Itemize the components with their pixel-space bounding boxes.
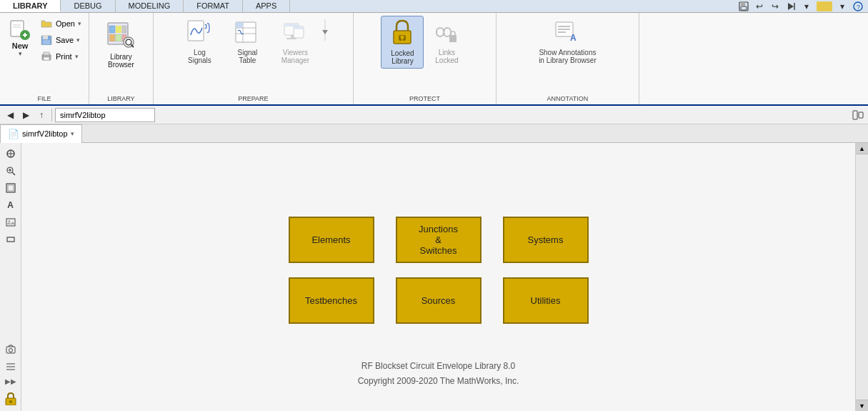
sidebar-lock-bottom[interactable]: [4, 391, 18, 405]
print-button[interactable]: Print ▾: [37, 49, 84, 64]
help-icon[interactable]: ?: [851, 0, 865, 14]
run-icon[interactable]: [784, 0, 798, 14]
scrollbar-track[interactable]: [856, 154, 868, 400]
svg-point-72: [9, 349, 12, 352]
canvas-content: Elements Junctions&Switches Systems Test…: [289, 217, 589, 324]
open-arrow: ▾: [78, 20, 81, 27]
scrollbar-down-button[interactable]: ▼: [856, 400, 868, 411]
footer-line1: RF Blockset Circuit Envelope Library 8.0: [21, 359, 855, 375]
save-button[interactable]: Save ▾: [37, 32, 84, 48]
svg-rect-58: [859, 112, 863, 118]
menu-tab-format[interactable]: FORMAT: [184, 0, 243, 12]
locked-library-button[interactable]: LockedLibrary: [381, 16, 424, 69]
color-arrow[interactable]: ▾: [835, 0, 849, 14]
new-icon: [9, 19, 31, 41]
show-annotations-button[interactable]: A Show Annotationsin Library Browser: [532, 16, 604, 67]
svg-point-77: [9, 400, 12, 403]
prepare-buttons: LogSignals SignalTable: [176, 16, 330, 104]
annotation-buttons: A Show Annotationsin Library Browser: [532, 16, 604, 104]
file-buttons: New ▾ Open ▾ Save ▾: [4, 16, 84, 104]
qat-expand[interactable]: ▾: [799, 0, 814, 14]
new-button[interactable]: New ▾: [4, 16, 36, 60]
svg-rect-70: [7, 237, 14, 242]
new-arrow: ▾: [19, 50, 22, 57]
sidebar-fit-icon[interactable]: [3, 180, 19, 196]
ribbon-section-protect: LockedLibrary LinksLocked: [354, 13, 497, 104]
library-browser-button[interactable]: LibraryBrowser: [98, 16, 144, 80]
svg-rect-34: [236, 22, 243, 28]
undo-icon[interactable]: ↩: [752, 0, 767, 14]
svg-rect-40: [294, 26, 304, 29]
print-label: Print: [56, 52, 72, 61]
canvas-footer: RF Blockset Circuit Envelope Library 8.0…: [21, 359, 855, 390]
sidebar-text-icon[interactable]: A: [3, 197, 19, 213]
svg-rect-37: [291, 35, 294, 38]
systems-block[interactable]: Systems: [503, 217, 589, 263]
sidebar-expand-button[interactable]: ▶▶: [4, 376, 18, 387]
sources-block[interactable]: Sources: [396, 277, 482, 324]
elements-block[interactable]: Elements: [289, 217, 374, 263]
svg-marker-42: [322, 30, 328, 34]
sidebar-pointer-icon[interactable]: [3, 146, 19, 162]
open-button[interactable]: Open ▾: [37, 16, 84, 31]
svg-rect-67: [8, 185, 14, 191]
menu-tab-debug[interactable]: DEBUG: [61, 0, 115, 12]
svg-rect-57: [853, 111, 857, 119]
protect-section-label: PROTECT: [354, 95, 496, 102]
log-signals-icon: [186, 19, 213, 46]
svg-rect-36: [284, 24, 299, 26]
links-locked-icon: [433, 19, 460, 46]
menu-bar: LIBRARY DEBUG MODELING FORMAT APPS ↩ ↪ ▾…: [0, 0, 868, 13]
tab-file-icon: 📄: [8, 129, 19, 139]
links-locked-button: LinksLocked: [425, 16, 468, 67]
sidebar-image-icon[interactable]: [3, 214, 19, 230]
redo-icon[interactable]: ↪: [768, 0, 782, 14]
sidebar-rect-icon[interactable]: [3, 232, 19, 247]
scrollbar-up-button[interactable]: ▲: [856, 143, 868, 154]
sidebar-zoom-in-icon[interactable]: [3, 163, 19, 179]
right-scrollbar[interactable]: ▲ ▼: [855, 143, 868, 411]
signal-table-label: SignalTable: [238, 49, 258, 64]
open-label: Open: [56, 19, 75, 28]
log-signals-button[interactable]: LogSignals: [176, 16, 223, 67]
links-locked-label: LinksLocked: [435, 49, 458, 64]
viewers-manager-button: ViewersManager: [272, 16, 319, 67]
ribbon-section-library: LibraryBrowser LIBRARY: [89, 13, 154, 104]
blocks-row-2: Testbenches Sources Utilities: [289, 277, 589, 324]
color-swatch: [817, 1, 832, 11]
fit-view-icon[interactable]: [851, 108, 865, 122]
menu-tab-apps[interactable]: APPS: [243, 0, 290, 12]
library-browser-icon: [105, 19, 136, 50]
prepare-expand-button[interactable]: [320, 16, 330, 44]
menu-tab-library[interactable]: LIBRARY: [0, 0, 61, 12]
tab-bar: 📄 simrfV2libtop ▾: [0, 124, 868, 143]
viewers-manager-icon: [281, 19, 309, 46]
new-label: New: [12, 41, 29, 50]
junctions-switches-block[interactable]: Junctions&Switches: [396, 217, 482, 263]
toolbar-row: ◀ ▶ ↑ simrfV2libtop: [0, 106, 868, 124]
svg-point-69: [8, 220, 10, 222]
prepare-section-label: PREPARE: [154, 95, 353, 102]
svg-rect-21: [116, 26, 121, 33]
tab-arrow[interactable]: ▾: [71, 130, 74, 137]
show-annotations-icon: A: [554, 19, 581, 46]
svg-text:?: ?: [857, 4, 860, 11]
library-buttons: LibraryBrowser: [98, 16, 144, 104]
back-button[interactable]: ◀: [3, 108, 17, 122]
save-qat-icon[interactable]: [737, 0, 751, 14]
left-sidebar: A ▶▶: [0, 143, 21, 411]
forward-button[interactable]: ▶: [19, 108, 33, 122]
menu-tab-modeling[interactable]: MODELING: [116, 0, 184, 12]
library-section-label: LIBRARY: [89, 95, 153, 102]
up-button[interactable]: ↑: [34, 108, 49, 122]
svg-rect-17: [44, 52, 49, 55]
canvas-tab[interactable]: 📄 simrfV2libtop ▾: [0, 124, 82, 143]
testbenches-block[interactable]: Testbenches: [289, 277, 374, 324]
svg-rect-14: [43, 36, 48, 39]
sidebar-camera-icon[interactable]: [3, 342, 19, 357]
sidebar-list-icon[interactable]: [3, 359, 19, 375]
signal-table-button[interactable]: SignalTable: [224, 16, 271, 67]
svg-rect-23: [109, 34, 115, 41]
utilities-block[interactable]: Utilities: [503, 277, 589, 324]
main-area: A ▶▶ Elements Junction: [0, 143, 868, 411]
